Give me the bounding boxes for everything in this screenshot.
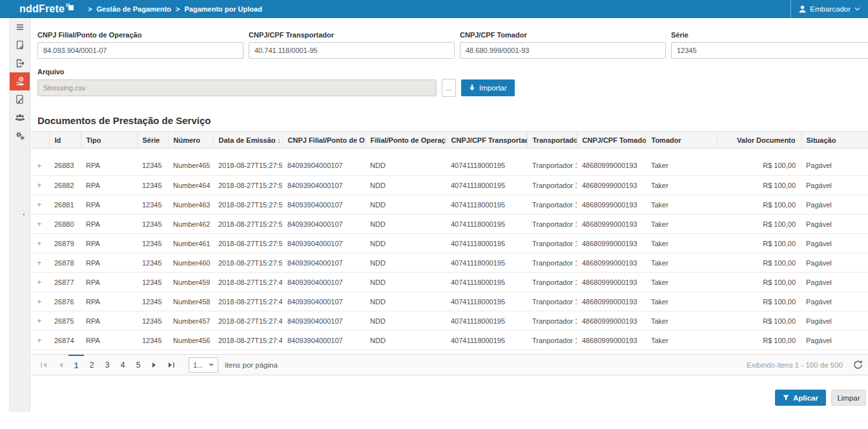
section-title: Documentos de Prestação de Serviço bbox=[37, 115, 868, 126]
cell: NDD bbox=[365, 214, 446, 234]
column-header-transportador[interactable]: Transportador bbox=[527, 132, 577, 149]
user-menu[interactable]: Embarcador bbox=[790, 0, 868, 18]
sidebar-item-menu[interactable] bbox=[10, 18, 30, 36]
sidebar-item-users[interactable] bbox=[10, 109, 30, 127]
sort-desc-icon: ↓ bbox=[278, 137, 281, 144]
cell: 40741118000195 bbox=[446, 156, 527, 176]
sidebar-item-document-edit[interactable] bbox=[10, 90, 30, 109]
column-header-cnpj-filial-ponto-de-opera[interactable]: CNPJ Filial/Ponto de Operaç... bbox=[282, 132, 365, 149]
logo-text: nddFrete bbox=[19, 3, 65, 16]
serie-input[interactable] bbox=[671, 42, 868, 59]
sidebar-item-payment-upload[interactable] bbox=[10, 72, 30, 90]
cell: Taker bbox=[646, 292, 717, 311]
expand-row-icon[interactable]: + bbox=[31, 311, 49, 331]
expand-row-icon[interactable]: + bbox=[31, 273, 49, 292]
column-header-cnpj-cpf-transportador[interactable]: CNPJ/CPF Transportador bbox=[446, 132, 527, 149]
breadcrumb-item-pagamento-por-upload[interactable]: Pagamento por Upload bbox=[184, 5, 262, 13]
sidebar-item-documents[interactable] bbox=[10, 36, 30, 54]
cell: R$ 100,00 bbox=[717, 292, 801, 311]
column-header-valor-documento[interactable]: Valor Documento bbox=[717, 132, 801, 149]
cell: 40741118000195 bbox=[446, 311, 527, 331]
refresh-icon[interactable] bbox=[853, 360, 863, 370]
cnpj-tomador-input[interactable] bbox=[460, 42, 666, 59]
chevron-down-icon bbox=[209, 364, 214, 366]
expand-row-icon[interactable]: + bbox=[31, 156, 49, 176]
cnpj-transportador-input[interactable] bbox=[249, 42, 455, 59]
first-page-button[interactable] bbox=[35, 355, 52, 375]
column-header-id[interactable]: Id bbox=[49, 132, 81, 149]
sidebar-item-export[interactable] bbox=[10, 54, 30, 72]
importar-button[interactable]: Importar bbox=[461, 79, 515, 96]
file-upload-block: Arquivo ... Importar bbox=[37, 68, 868, 97]
arquivo-filename-input[interactable] bbox=[37, 79, 437, 96]
column-header-data-de-emiss-o[interactable]: Data de Emissão↓ bbox=[213, 132, 282, 149]
cnpj-filial-input[interactable] bbox=[37, 42, 243, 59]
column-header-n-mero[interactable]: Número bbox=[168, 132, 213, 149]
limpar-button[interactable]: Limpar bbox=[831, 390, 866, 406]
table-row: +26876RPA12345Number4582018-08-27T15:27:… bbox=[31, 292, 868, 311]
expand-row-icon[interactable]: + bbox=[31, 331, 49, 350]
aplicar-button[interactable]: Aplicar bbox=[775, 390, 826, 406]
page-button-4[interactable]: 4 bbox=[115, 355, 130, 375]
cell: 26876 bbox=[49, 292, 81, 311]
next-page-button[interactable] bbox=[146, 355, 163, 375]
cell: NDD bbox=[365, 253, 446, 273]
previous-page-button[interactable] bbox=[52, 355, 68, 375]
column-header-situa-o[interactable]: Situação bbox=[801, 132, 868, 149]
expand-row-icon[interactable]: + bbox=[31, 292, 49, 311]
cell: 40741118000195 bbox=[446, 195, 527, 214]
page-button-1[interactable]: 1 bbox=[68, 355, 84, 375]
cell: 84093904000107 bbox=[282, 311, 365, 331]
column-header-tomador[interactable]: Tomador bbox=[646, 132, 717, 149]
table-header-row: IdTipoSérieNúmeroData de Emissão↓CNPJ Fi… bbox=[31, 132, 868, 149]
table-row: +26881RPA12345Number4632018-08-27T15:27:… bbox=[31, 195, 868, 214]
cell: 26879 bbox=[49, 234, 81, 253]
page-button-3[interactable]: 3 bbox=[99, 355, 115, 375]
page-size-select[interactable]: 1... bbox=[189, 357, 218, 373]
cell: 84093904000107 bbox=[282, 234, 365, 253]
cell: 26878 bbox=[49, 253, 81, 273]
cell: 12345 bbox=[137, 156, 168, 176]
column-header-cnpj-cpf-tomador[interactable]: CNPJ/CPF Tomador bbox=[577, 132, 646, 149]
cell: 2018-08-27T15:27:49.36 bbox=[213, 311, 282, 331]
expand-row-icon[interactable]: + bbox=[31, 234, 49, 253]
breadcrumb-item-gestao-de-pagamento[interactable]: Gestão de Pagamento bbox=[96, 5, 171, 13]
page-size-value: 1... bbox=[193, 361, 203, 369]
expand-row-icon[interactable]: + bbox=[31, 253, 49, 273]
cell: 2018-08-27T15:27:50.163 bbox=[213, 253, 282, 273]
cell: RPA bbox=[81, 234, 137, 253]
table-row: +26878RPA12345Number4602018-08-27T15:27:… bbox=[31, 253, 868, 273]
cell: 40741118000195 bbox=[446, 234, 527, 253]
cell: NDD bbox=[365, 331, 446, 350]
cell: NDD bbox=[365, 195, 446, 214]
page-button-2[interactable]: 2 bbox=[84, 355, 99, 375]
sidebar-item-settings[interactable] bbox=[10, 127, 30, 145]
app-logo[interactable]: nddFrete bbox=[19, 3, 74, 16]
page-button-5[interactable]: 5 bbox=[130, 355, 146, 375]
table-row: +26880RPA12345Number4622018-08-27T15:27:… bbox=[31, 214, 868, 234]
cell: Tranportador 1 bbox=[527, 331, 577, 350]
table-row: +26874RPA12345Number4562018-08-27T15:27:… bbox=[31, 331, 868, 350]
cell: 84093904000107 bbox=[282, 195, 365, 214]
expand-row-icon[interactable]: + bbox=[31, 195, 49, 214]
arquivo-label: Arquivo bbox=[37, 68, 868, 76]
table-row: +26879RPA12345Number4612018-08-27T15:27:… bbox=[31, 234, 868, 253]
expand-row-icon[interactable]: + bbox=[31, 176, 49, 195]
cell: 84093904000107 bbox=[282, 253, 365, 273]
cell: 40741118000195 bbox=[446, 273, 527, 292]
column-header-s-rie[interactable]: Série bbox=[137, 132, 168, 149]
chevron-down-icon bbox=[854, 7, 860, 11]
cell: 2018-08-27T15:27:51.517 bbox=[213, 156, 282, 176]
cell: R$ 100,00 bbox=[717, 234, 801, 253]
expand-row-icon[interactable]: + bbox=[31, 214, 49, 234]
document-check-icon bbox=[15, 40, 25, 50]
column-header-filial-ponto-de-opera-o[interactable]: Filial/Ponto de Operação bbox=[365, 132, 446, 149]
cell: Number463 bbox=[168, 195, 213, 214]
users-icon bbox=[15, 112, 25, 123]
column-header-tipo[interactable]: Tipo bbox=[81, 132, 137, 149]
breadcrumb: > Gestão de Pagamento > Pagamento por Up… bbox=[83, 5, 262, 13]
last-page-button[interactable] bbox=[163, 355, 180, 375]
documents-table: IdTipoSérieNúmeroData de Emissão↓CNPJ Fi… bbox=[31, 131, 868, 350]
cell: Pagável bbox=[801, 273, 868, 292]
browse-file-button[interactable]: ... bbox=[442, 79, 456, 97]
